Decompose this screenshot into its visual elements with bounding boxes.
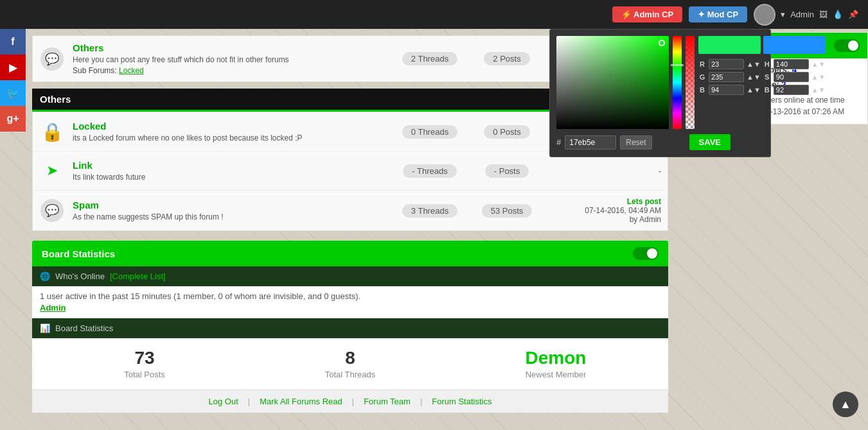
newest-member-stat: Demon Newest Member [453,348,659,380]
forum-icon-link: ➤ [39,158,65,184]
forum-team-link[interactable]: Forum Team [354,397,420,406]
forum-desc-others: Here you can post any free stuff which d… [73,55,391,64]
cp-b-input[interactable] [709,85,744,95]
mark-read-link[interactable]: Mark All Forums Read [250,397,352,406]
cp-gradient-canvas[interactable] [556,36,669,129]
cp-hue-slider[interactable] [673,36,682,129]
googleplus-button[interactable]: g+ [0,106,26,132]
posts-count-link: - Posts [468,164,545,178]
mod-cp-button[interactable]: ✦ Mod CP [689,6,747,22]
forum-info-locked: Locked its a Locked forum where no one l… [73,121,391,142]
board-stats-toggle[interactable] [633,247,659,260]
complete-list-link[interactable]: [Complete List] [110,271,166,281]
chat-icon-spam: 💬 [40,199,64,222]
stats-numbers: 73 Total Posts 8 Total Threads Demon New… [32,338,668,390]
total-threads-label: Total Threads [325,370,376,379]
top-bar: ⚡ Admin CP ✦ Mod CP ▾ Admin 🖼 💧 📌 [0,0,868,29]
pin-icon[interactable]: 📌 [848,10,858,19]
cp-b2-label: B [763,86,771,94]
forum-desc-spam: As the name suggests SPAM up this forum … [73,212,391,221]
cp-g-spinners: ▲▼ [747,73,761,81]
cp-reset-button[interactable]: Reset [620,135,651,150]
cp-h-input[interactable] [774,59,809,69]
cp-b-label: B [698,86,706,94]
forum-name-spam[interactable]: Spam [73,200,99,211]
avatar[interactable] [754,4,775,26]
forum-info-link: Link Its link towards future [73,160,391,182]
user-area: ▾ Admin 🖼 💧 📌 [754,4,858,26]
threads-count-locked: 0 Threads [391,125,468,139]
threads-count-link: - Threads [391,164,468,178]
cp-top: R ▲▼ H ▲▼ G ▲▼ S ▲▼ B ▲▼ B [556,36,764,129]
footer-links: Log Out | Mark All Forums Read | Forum T… [32,390,668,413]
cp-b-spinners: ▲▼ [747,86,761,94]
cp-r-spinners: ▲▼ [747,60,761,68]
cp-opacity-slider[interactable] [686,36,695,129]
cp-hash: # [556,137,561,147]
admin-user-link[interactable]: Admin [40,303,660,313]
cp-s-input[interactable] [774,72,809,82]
sub-forum-link-locked[interactable]: Locked [119,66,144,75]
forum-info-spam: Spam As the name suggests SPAM up this f… [73,200,391,221]
water-icon[interactable]: 💧 [833,10,843,19]
chart-icon: 📊 [40,323,50,333]
total-posts-value: 73 [42,348,247,368]
image-icon[interactable]: 🖼 [819,10,828,19]
chat-bubble-icon: 💬 [40,47,64,71]
member-stats-toggle[interactable] [834,39,860,52]
social-sidebar: f ▶ 🐦 g+ [0,29,26,132]
cp-selector-circle [659,40,665,46]
cp-s-spinners: ▲▼ [811,73,826,81]
facebook-button[interactable]: f [0,29,26,55]
others-section-label: Others [40,94,71,105]
forum-row-link: ➤ Link Its link towards future - Threads… [33,151,668,191]
forum-row-spam: 💬 Spam As the name suggests SPAM up this… [33,191,668,230]
newest-member-label: Newest Member [526,370,587,379]
forum-desc-link: Its link towards future [73,173,391,182]
cp-color-swatch-old [763,36,826,54]
cp-b2-input[interactable] [774,85,809,95]
forum-icon-chat: 💬 [39,46,65,72]
cp-sliders: R ▲▼ H ▲▼ G ▲▼ S ▲▼ B ▲▼ B [698,36,826,129]
logout-link[interactable]: Log Out [199,397,248,406]
board-stats-bar: 📊 Board Statistics [32,318,668,338]
cp-r-row: R ▲▼ H ▲▼ [698,59,826,69]
board-stats-header: Board Statistics [32,241,668,266]
cp-h-spinners: ▲▼ [811,60,826,68]
cp-h-label: H [763,60,771,68]
total-posts-stat: 73 Total Posts [42,348,247,380]
last-post-link: - [545,166,661,176]
board-stats-bar-label: Board Statistics [55,323,113,333]
forum-name-link[interactable]: Link [73,160,93,171]
cp-s-label: S [763,73,771,81]
cp-b2-spinners: ▲▼ [811,86,826,94]
user-caret: ▾ [781,10,785,19]
scroll-to-top-button[interactable]: ▲ [833,391,858,417]
cp-g-input[interactable] [709,72,744,82]
posts-count-others: 2 Posts [468,52,545,65]
online-info-text: 1 user active in the past 15 minutes (1 … [40,291,360,301]
forum-icon-locked: 🔒 [39,119,65,144]
forum-name-locked[interactable]: Locked [73,121,107,132]
whos-online-bar: 🌐 Who's Online [Complete List] [32,266,668,286]
arrow-icon: ➤ [46,162,58,179]
whos-online-label: Who's Online [55,271,105,281]
cp-r-input[interactable] [709,59,744,69]
cp-save-button[interactable]: SAVE [689,134,731,150]
twitter-button[interactable]: 🐦 [0,80,26,106]
posts-count-spam: 53 Posts [468,204,545,218]
cp-color-swatch-new [698,36,761,54]
color-picker: R ▲▼ H ▲▼ G ▲▼ S ▲▼ B ▲▼ B [549,29,771,157]
total-threads-stat: 8 Total Threads [247,348,453,380]
cp-bottom: # Reset SAVE [556,134,764,150]
cp-hex-input[interactable] [565,135,616,150]
forum-name-others[interactable]: Others [73,42,103,53]
posts-count-locked: 0 Posts [468,125,545,139]
cp-r-label: R [698,60,706,68]
forum-info-others: Others Here you can post any free stuff … [73,42,391,75]
last-post-spam: Lets post 07-14-2016, 04:49 AM by Admin [545,197,661,224]
forum-statistics-link[interactable]: Forum Statistics [422,397,501,406]
youtube-button[interactable]: ▶ [0,55,26,80]
board-stats-title: Board Statistics [42,248,115,259]
admin-cp-button[interactable]: ⚡ Admin CP [612,6,682,22]
